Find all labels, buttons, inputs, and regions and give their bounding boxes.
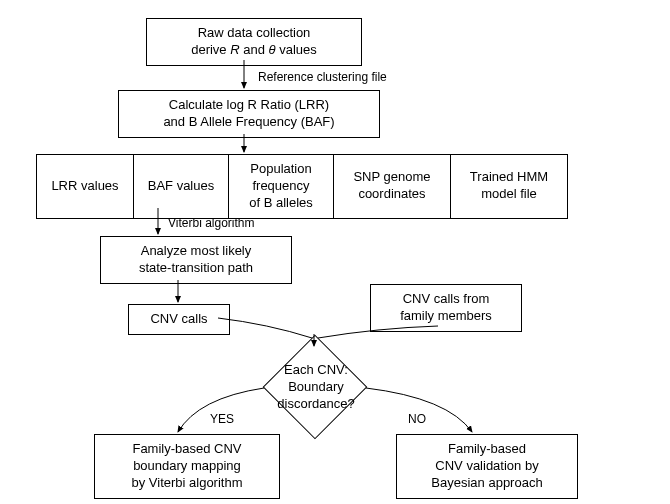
- node-analyze: Analyze most likely state-transition pat…: [100, 236, 292, 284]
- text: Calculate log R Ratio (LRR): [169, 97, 329, 112]
- cell-snp: SNP genomecoordinates: [334, 155, 451, 218]
- text: Analyze most likely: [141, 243, 252, 258]
- text: family members: [400, 308, 492, 323]
- cell-baf: BAF values: [134, 155, 229, 218]
- text: by Viterbi algorithm: [131, 475, 242, 490]
- label-no: NO: [408, 412, 426, 426]
- label-reference: Reference clustering file: [258, 70, 387, 84]
- node-cnv-calls: CNV calls: [128, 304, 230, 335]
- text: CNV calls from: [403, 291, 490, 306]
- row-inputs: LRR values BAF values Populationfrequenc…: [36, 154, 568, 219]
- label-yes: YES: [210, 412, 234, 426]
- cell-hmm: Trained HMMmodel file: [451, 155, 567, 218]
- node-family-calls: CNV calls from family members: [370, 284, 522, 332]
- diamond-text: Each CNV: Boundary discordance?: [236, 362, 396, 413]
- text: Raw data collection: [198, 25, 311, 40]
- text: Bayesian approach: [431, 475, 542, 490]
- text: derive R and θ values: [191, 42, 317, 57]
- node-raw-data: Raw data collection derive R and θ value…: [146, 18, 362, 66]
- text: Family-based: [448, 441, 526, 456]
- node-calculate: Calculate log R Ratio (LRR) and B Allele…: [118, 90, 380, 138]
- label-viterbi: Viterbi algorithm: [168, 216, 254, 230]
- node-family-validation: Family-based CNV validation by Bayesian …: [396, 434, 578, 499]
- cell-lrr: LRR values: [37, 155, 134, 218]
- text: CNV validation by: [435, 458, 538, 473]
- text: boundary mapping: [133, 458, 241, 473]
- text: and B Allele Frequency (BAF): [163, 114, 334, 129]
- cell-population: Populationfrequencyof B alleles: [229, 155, 334, 218]
- text: Family-based CNV: [132, 441, 241, 456]
- text: state-transition path: [139, 260, 253, 275]
- node-family-boundary: Family-based CNV boundary mapping by Vit…: [94, 434, 280, 499]
